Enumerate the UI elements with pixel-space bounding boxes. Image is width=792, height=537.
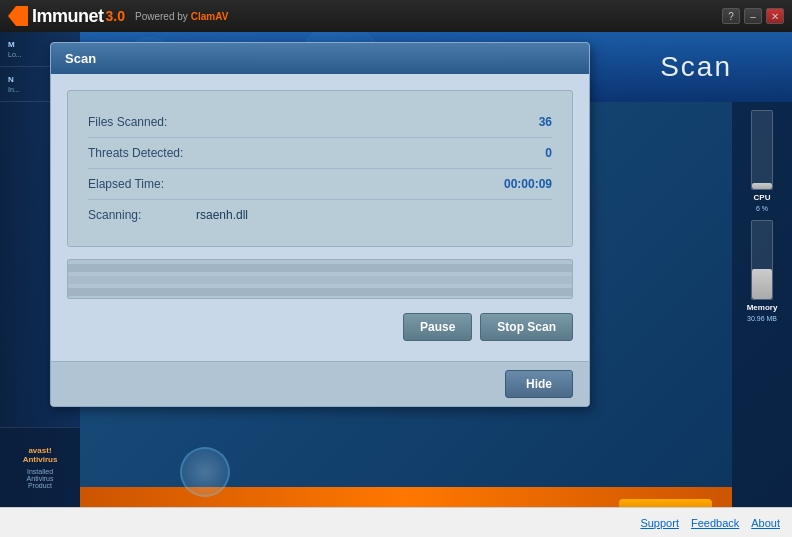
files-scanned-row: Files Scanned: 36: [88, 107, 552, 138]
scan-dialog-body: Files Scanned: 36 Threats Detected: 0 El…: [51, 74, 589, 361]
elapsed-time-row: Elapsed Time: 00:00:09: [88, 169, 552, 200]
powered-by: Powered by ClamAV: [135, 11, 228, 22]
app-version: 3.0: [106, 8, 125, 24]
stop-scan-button[interactable]: Stop Scan: [480, 313, 573, 341]
minimize-button[interactable]: –: [744, 8, 762, 24]
cpu-value: 6 %: [756, 205, 768, 212]
pause-button[interactable]: Pause: [403, 313, 472, 341]
avast-label: avast!Antivirus: [23, 446, 58, 464]
help-button[interactable]: ?: [722, 8, 740, 24]
files-scanned-label: Files Scanned:: [88, 115, 167, 129]
cpu-meter-fill: [752, 183, 772, 189]
title-bar: Immunet 3.0 Powered by ClamAV ? – ✕: [0, 0, 792, 32]
app-logo: Immunet 3.0: [8, 6, 125, 27]
cpu-meter-bar: [751, 110, 773, 190]
hide-button[interactable]: Hide: [505, 370, 573, 398]
elapsed-time-label: Elapsed Time:: [88, 177, 164, 191]
installed-label: InstalledAntivirusProduct: [27, 468, 54, 489]
threats-detected-row: Threats Detected: 0: [88, 138, 552, 169]
memory-value: 30.96 MB: [747, 315, 777, 322]
memory-meter: Memory 30.96 MB: [747, 220, 778, 322]
right-panel: CPU 6 % Memory 30.96 MB: [732, 102, 792, 507]
threats-detected-value: 0: [545, 146, 552, 160]
shield-badge: [180, 447, 230, 497]
memory-meter-bar: [751, 220, 773, 300]
header-title: Scan: [660, 51, 732, 83]
about-link[interactable]: About: [751, 517, 780, 529]
scanning-row: Scanning: rsaenh.dll: [88, 200, 552, 230]
avast-badge: avast!Antivirus InstalledAntivirusProduc…: [0, 427, 80, 507]
scan-dialog-title: Scan: [65, 51, 96, 66]
app-window: Scan M Lo... N In... CPU 6 % Memory 30.9…: [0, 32, 792, 537]
scan-stats-area: Files Scanned: 36 Threats Detected: 0 El…: [67, 90, 573, 247]
progress-lines-area: [67, 259, 573, 299]
clamav-logo: ClamAV: [191, 11, 229, 22]
scan-buttons: Pause Stop Scan: [67, 309, 573, 345]
support-link[interactable]: Support: [640, 517, 679, 529]
feedback-link[interactable]: Feedback: [691, 517, 739, 529]
scanning-label: Scanning:: [88, 208, 188, 222]
elapsed-time-value: 00:00:09: [504, 177, 552, 191]
memory-label: Memory: [747, 303, 778, 312]
scan-dialog-header: Scan: [51, 43, 589, 74]
files-scanned-value: 36: [539, 115, 552, 129]
close-button[interactable]: ✕: [766, 8, 784, 24]
window-controls: ? – ✕: [722, 8, 784, 24]
cpu-label: CPU: [754, 193, 771, 202]
threats-detected-label: Threats Detected:: [88, 146, 183, 160]
footer: Support Feedback About: [0, 507, 792, 537]
title-bar-left: Immunet 3.0 Powered by ClamAV: [8, 6, 228, 27]
scan-dialog: Scan Files Scanned: 36 Threats Detected:…: [50, 42, 590, 407]
app-name: Immunet: [32, 6, 104, 27]
scanning-file: rsaenh.dll: [196, 208, 248, 222]
memory-meter-fill: [752, 269, 772, 299]
app-icon: [8, 6, 28, 26]
scan-dialog-footer: Hide: [51, 361, 589, 406]
cpu-meter: CPU 6 %: [751, 110, 773, 212]
